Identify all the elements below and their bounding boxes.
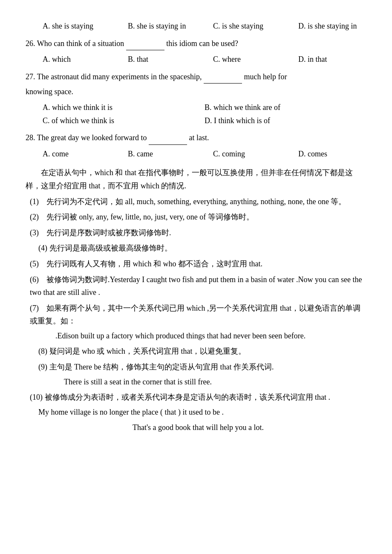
- item4-num: (4): [38, 244, 49, 252]
- q26-option-c: C. where: [213, 53, 298, 66]
- question-26: 26. Who can think of a situation this id…: [26, 37, 366, 66]
- explanation-item-2: (2) 先行词被 only, any, few, little, no, jus…: [26, 211, 366, 224]
- q25-options-row: A. she is staying B. she is staying in C…: [43, 20, 366, 33]
- q26-blank: [126, 37, 164, 51]
- q27-blank: [204, 70, 242, 84]
- item8-num: (8): [38, 347, 49, 355]
- q26-text-start: 26. Who can think of a situation: [26, 39, 124, 48]
- q27-text-end: much help for: [244, 72, 287, 81]
- item7-example: .Edison built up a factory which produce…: [55, 329, 366, 343]
- q28-option-c: C. coming: [213, 147, 298, 161]
- item6-text: 被修饰词为数词时.Yesterday I caught two fish and…: [30, 275, 362, 297]
- q28-text-start: 28. The great day we looked forward to: [26, 133, 147, 142]
- q25-option-d: D. is she staying in: [298, 20, 383, 33]
- explanation-item-7: (7) 如果有两个从句，其中一个关系代词已用 which ,另一个关系代词宜用 …: [26, 302, 366, 343]
- q27-option-a: A. which we think it is: [43, 101, 205, 114]
- q27-text-line2: knowing space.: [26, 85, 366, 98]
- item2-text: 先行词被 only, any, few, little, no, just, v…: [46, 213, 254, 221]
- q25-option-a: A. she is staying: [43, 20, 128, 33]
- item9-text: 主句是 There be 结构，修饰其主句的定语从句宜用 that 作关系代词.: [49, 363, 274, 371]
- q27-option-c: C. of which we think is: [43, 114, 205, 127]
- item1-text: 先行词为不定代词，如 all, much, something, everyth…: [46, 197, 346, 206]
- explanation-section: 在定语从句中，which 和 that 在指代事物时，一般可以互换使用，但并非在…: [26, 166, 366, 434]
- q26-option-d: D. in that: [298, 53, 383, 66]
- item8-text: 疑问词是 who 或 which，关系代词宜用 that，以避免重复。: [49, 347, 246, 355]
- q27-options: A. which we think it is B. which we thin…: [43, 101, 366, 127]
- item5-num: (5): [30, 260, 46, 268]
- item10-example2: That's a good book that will help you a …: [30, 421, 366, 434]
- item7-text: 如果有两个从句，其中一个关系代词已用 which ,另一个关系代词宜用 that…: [30, 304, 360, 326]
- explanation-item-1: (1) 先行词为不定代词，如 all, much, something, eve…: [26, 195, 366, 208]
- q26-option-b: B. that: [128, 53, 213, 66]
- q28-text: 28. The great day we looked forward to a…: [26, 131, 366, 145]
- explanation-item-8: (8) 疑问词是 who 或 which，关系代词宜用 that，以避免重复。: [26, 345, 366, 358]
- q26-text: 26. Who can think of a situation this id…: [26, 37, 366, 51]
- q28-option-a: A. come: [43, 147, 128, 161]
- explanation-item-10: (10) 被修饰成分为表语时，或者关系代词本身是定语从句的表语时，该关系代词宜用…: [26, 391, 366, 434]
- item3-text: 先行词是序数词时或被序数词修饰时.: [46, 228, 171, 237]
- q27-option-d: D. I think which is of: [205, 114, 366, 127]
- q26-options: A. which B. that C. where D. in that: [43, 53, 366, 66]
- q27-text-line1: 27. The astronaut did many experiments i…: [26, 70, 366, 84]
- item4-text: 先行词是最高级或被最高级修饰时。: [49, 244, 172, 252]
- item9-num: (9): [38, 363, 49, 371]
- item5-text: 先行词既有人又有物，用 which 和 who 都不适合，这时宜用 that.: [46, 260, 262, 268]
- q26-text-end: this idiom can be used?: [166, 39, 238, 48]
- q25-option-b: B. she is staying in: [128, 20, 213, 33]
- question-27: 27. The astronaut did many experiments i…: [26, 70, 366, 127]
- explanation-item-4: (4) 先行词是最高级或被最高级修饰时。: [26, 242, 366, 255]
- item10-example1: My home village is no longer the place (…: [38, 406, 366, 419]
- q27-option-b: B. which we think are of: [205, 101, 366, 114]
- q27-text-cont: knowing space.: [26, 87, 73, 96]
- question-25-options: A. she is staying B. she is staying in C…: [26, 20, 366, 33]
- item10-num: (10): [30, 393, 45, 401]
- q28-text-end: at last.: [189, 133, 209, 142]
- item3-num: (3): [30, 228, 46, 237]
- q26-option-a: A. which: [43, 53, 128, 66]
- q28-option-d: D. comes: [298, 147, 383, 161]
- explanation-item-9: (9) 主句是 There be 结构，修饰其主句的定语从句宜用 that 作关…: [26, 361, 366, 388]
- explanation-intro: 在定语从句中，which 和 that 在指代事物时，一般可以互换使用，但并非在…: [26, 166, 366, 192]
- q28-blank: [149, 131, 187, 145]
- explanation-item-5: (5) 先行词既有人又有物，用 which 和 who 都不适合，这时宜用 th…: [26, 257, 366, 271]
- item9-example: There is still a seat in the corner that…: [64, 375, 366, 389]
- q27-text-start: 27. The astronaut did many experiments i…: [26, 72, 202, 81]
- question-28: 28. The great day we looked forward to a…: [26, 131, 366, 160]
- q25-option-c: C. is she staying: [213, 20, 298, 33]
- item1-num: (1): [30, 197, 46, 206]
- item10-text: 被修饰成分为表语时，或者关系代词本身是定语从句的表语时，该关系代词宜用 that…: [45, 393, 331, 401]
- item7-num: (7): [30, 304, 46, 312]
- explanation-item-6: (6) 被修饰词为数词时.Yesterday I caught two fish…: [26, 273, 366, 299]
- explanation-item-3: (3) 先行词是序数词时或被序数词修饰时.: [26, 226, 366, 239]
- item2-num: (2): [30, 213, 46, 221]
- item6-num: (6): [30, 275, 46, 284]
- q28-options: A. come B. came C. coming D. comes: [43, 147, 366, 161]
- q28-option-b: B. came: [128, 147, 213, 161]
